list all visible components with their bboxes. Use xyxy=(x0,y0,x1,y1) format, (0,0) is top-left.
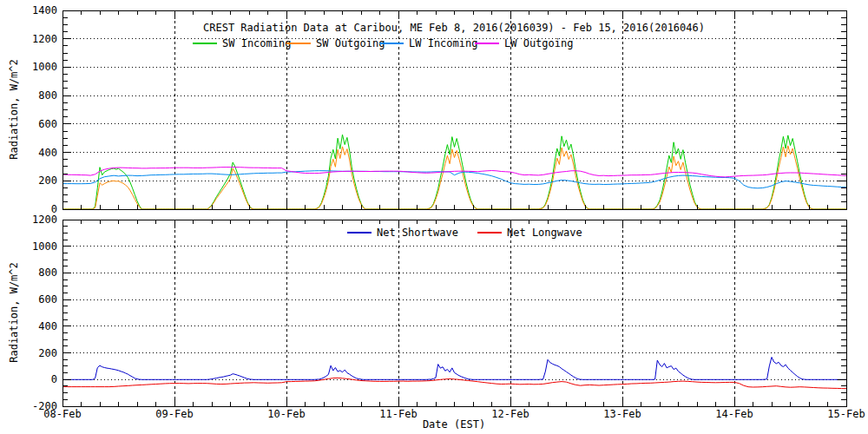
y-tick-label: 1200 xyxy=(32,214,57,226)
series-layer xyxy=(62,135,846,389)
x-axis-title: Date (EST) xyxy=(423,418,485,431)
y-tick-label: 0 xyxy=(51,373,57,385)
y-tick-label: 200 xyxy=(38,174,57,187)
y-axis-title-top: Radiation, W/m^2 xyxy=(8,59,20,160)
radiation-chart-figure: 0200400600800100012001400-20002004006008… xyxy=(0,0,868,434)
x-tick-label: 09-Feb xyxy=(155,408,193,420)
y-tick-label: 800 xyxy=(38,266,57,279)
y-tick-label: 600 xyxy=(38,293,57,306)
legend-top-panel: SW Incoming SW Outgoing LW Incoming LW O… xyxy=(193,37,573,49)
series-net-shortwave xyxy=(62,358,846,380)
y-axis-title-bottom: Radiation, W/m^2 xyxy=(8,262,20,363)
x-tick-label: 08-Feb xyxy=(43,408,81,420)
axes-frame-layer xyxy=(62,10,846,406)
y-tick-label: 1000 xyxy=(32,240,57,253)
y-tick-label: 1000 xyxy=(32,61,57,73)
y-tick-label: 200 xyxy=(38,347,57,359)
y-tick-label: 400 xyxy=(38,147,57,159)
y-tick-label: 600 xyxy=(38,118,57,130)
y-tick-label: 400 xyxy=(38,320,57,332)
y-tick-label: 1200 xyxy=(32,33,57,45)
legend-label-lw-incoming: LW Incoming xyxy=(409,37,477,49)
legend-label-sw-outgoing: SW Outgoing xyxy=(316,37,385,49)
x-tick-label: 15-Feb xyxy=(827,408,865,420)
y-tick-label: 1400 xyxy=(32,4,57,16)
legend-label-lw-outgoing: LW Outgoing xyxy=(504,37,573,49)
y-tick-label: 800 xyxy=(38,89,57,102)
x-tick-label: 10-Feb xyxy=(267,408,305,420)
legend-bottom-panel: Net Shortwave Net Longwave xyxy=(347,227,582,239)
x-tick-label: 13-Feb xyxy=(603,408,641,420)
series-sw-incoming xyxy=(62,135,846,209)
legend-label-sw-incoming: SW Incoming xyxy=(222,37,291,49)
series-lw-incoming xyxy=(62,171,846,188)
chart-canvas: 0200400600800100012001400-20002004006008… xyxy=(0,0,868,434)
x-tick-label: 11-Feb xyxy=(379,408,417,420)
chart-title: CREST Radiation Data at Caribou, ME Feb … xyxy=(203,22,705,34)
tick-labels-layer: 0200400600800100012001400-20002004006008… xyxy=(32,4,865,420)
legend-label-net-longwave: Net Longwave xyxy=(507,227,582,239)
x-tick-label: 14-Feb xyxy=(715,408,753,420)
panel-border-net-radiation xyxy=(62,220,846,406)
x-tick-label: 12-Feb xyxy=(491,408,529,420)
legend-label-net-shortwave: Net Shortwave xyxy=(377,227,458,239)
